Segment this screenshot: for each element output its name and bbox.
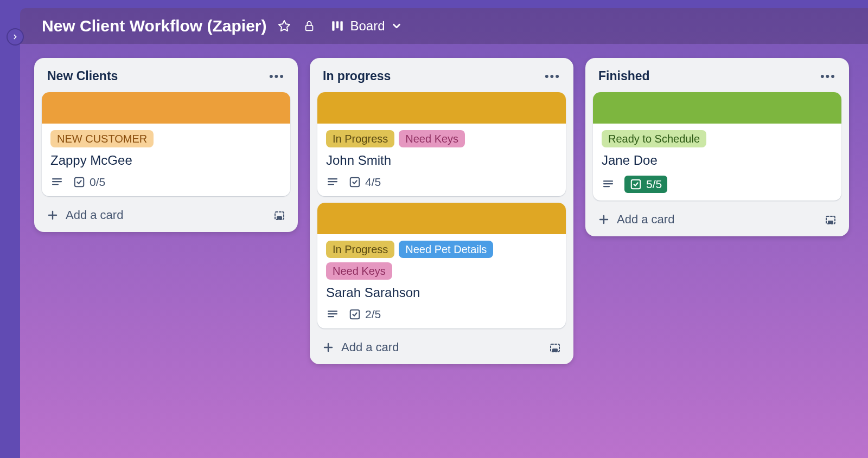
checklist-badge: 4/5 [349, 176, 381, 189]
svg-rect-25 [603, 180, 613, 182]
card-labels: NEW CUSTOMER [50, 130, 282, 147]
plus-icon [597, 213, 610, 226]
card-template-button[interactable] [824, 213, 837, 226]
lock-icon [303, 20, 315, 32]
description-icon [602, 178, 615, 191]
chevron-down-icon [391, 20, 403, 32]
card[interactable]: In ProgressNeed Pet DetailsNeed KeysSara… [317, 203, 566, 328]
svg-rect-28 [631, 180, 641, 189]
svg-rect-24 [552, 349, 558, 352]
add-card-label: Add a card [66, 208, 123, 222]
add-card-label: Add a card [617, 212, 674, 227]
card-title: Jane Doe [602, 153, 833, 168]
list-menu-button[interactable]: ••• [820, 69, 836, 83]
card-cover [317, 203, 566, 234]
card-title: Sarah Sarahson [326, 285, 557, 300]
card-body: Ready to ScheduleJane Doe5/5 [593, 124, 841, 201]
list: In progress•••In ProgressNeed KeysJohn S… [310, 58, 573, 364]
list-menu-button[interactable]: ••• [545, 69, 560, 83]
card-template-button[interactable] [273, 209, 286, 222]
card-cover [42, 92, 290, 124]
svg-rect-1 [306, 25, 313, 30]
svg-rect-17 [328, 311, 337, 312]
svg-rect-5 [52, 178, 62, 179]
board-title[interactable]: New Client Workflow (Zapier) [42, 17, 266, 35]
add-card-button[interactable]: Add a card [46, 208, 123, 222]
card-cover [317, 92, 566, 124]
card-labels: Ready to Schedule [602, 130, 833, 147]
svg-rect-2 [333, 21, 335, 30]
list-name[interactable]: Finished [598, 69, 650, 83]
svg-rect-6 [52, 181, 62, 182]
svg-rect-20 [350, 310, 360, 319]
card-label[interactable]: Need Keys [326, 262, 392, 280]
expand-sidebar-button[interactable] [7, 28, 24, 46]
card-title: Zappy McGee [50, 153, 282, 168]
svg-marker-0 [279, 21, 290, 31]
list-footer: Add a card [42, 203, 290, 223]
checklist-count: 4/5 [365, 176, 381, 189]
card-body: In ProgressNeed KeysJohn Smith4/5 [317, 124, 566, 196]
svg-rect-12 [277, 216, 282, 220]
card-badges: 0/5 [50, 176, 282, 189]
description-badge [326, 308, 339, 321]
star-button[interactable] [277, 19, 291, 33]
card[interactable]: NEW CUSTOMERZappy McGee0/5 [42, 92, 290, 196]
checklist-icon [73, 176, 85, 188]
template-icon [548, 341, 561, 354]
svg-rect-14 [328, 181, 337, 182]
svg-rect-27 [603, 186, 610, 187]
checklist-badge: 0/5 [73, 176, 105, 189]
checklist-badge: 5/5 [624, 176, 667, 193]
board-canvas: New Clients•••NEW CUSTOMERZappy McGee0/5… [20, 44, 868, 378]
chevron-right-icon [11, 33, 19, 41]
checklist-icon [349, 308, 361, 320]
card-label[interactable]: In Progress [326, 130, 394, 147]
description-icon [326, 308, 339, 321]
add-card-button[interactable]: Add a card [322, 340, 399, 354]
app-frame: New Client Workflow (Zapier) Board New C… [0, 0, 868, 458]
svg-rect-32 [828, 221, 833, 224]
list-name[interactable]: New Clients [47, 69, 118, 83]
card-label[interactable]: In Progress [326, 241, 394, 258]
card-label[interactable]: Ready to Schedule [602, 130, 706, 147]
add-card-label: Add a card [341, 340, 399, 354]
list-header: New Clients••• [42, 66, 290, 92]
list-footer: Add a card [593, 207, 841, 228]
card[interactable]: In ProgressNeed KeysJohn Smith4/5 [317, 92, 566, 196]
template-icon [824, 213, 837, 226]
card-body: In ProgressNeed Pet DetailsNeed KeysSara… [317, 234, 566, 328]
card-label[interactable]: Need Keys [399, 130, 465, 147]
list-name[interactable]: In progress [323, 69, 391, 83]
visibility-button[interactable] [302, 19, 316, 33]
card-label[interactable]: Need Pet Details [399, 241, 493, 258]
card[interactable]: Ready to ScheduleJane Doe5/5 [593, 92, 841, 201]
card-template-button[interactable] [548, 341, 561, 354]
list: Finished•••Ready to ScheduleJane Doe5/5A… [585, 58, 849, 236]
list-footer: Add a card [317, 335, 566, 356]
card-label[interactable]: NEW CUSTOMER [50, 130, 154, 147]
card-badges: 5/5 [602, 176, 833, 193]
card-title: John Smith [326, 153, 557, 168]
board-header: New Client Workflow (Zapier) Board [20, 8, 868, 44]
description-icon [326, 176, 339, 189]
svg-rect-18 [328, 313, 337, 314]
card-badges: 4/5 [326, 176, 557, 189]
view-switcher[interactable]: Board [330, 18, 402, 34]
board-shell: New Client Workflow (Zapier) Board New C… [20, 8, 868, 458]
list-menu-button[interactable]: ••• [269, 69, 285, 83]
list-header: Finished••• [593, 66, 841, 92]
svg-rect-26 [603, 183, 613, 184]
svg-rect-19 [328, 316, 334, 317]
description-icon [50, 176, 63, 189]
add-card-button[interactable]: Add a card [597, 212, 674, 227]
description-badge [326, 176, 339, 189]
board-icon [330, 19, 344, 33]
list-header: In progress••• [317, 66, 566, 92]
svg-rect-4 [341, 21, 343, 30]
svg-rect-15 [328, 184, 334, 185]
checklist-count: 0/5 [90, 176, 105, 189]
checklist-icon [349, 176, 361, 188]
card-badges: 2/5 [326, 308, 557, 321]
list: New Clients•••NEW CUSTOMERZappy McGee0/5… [34, 58, 298, 232]
